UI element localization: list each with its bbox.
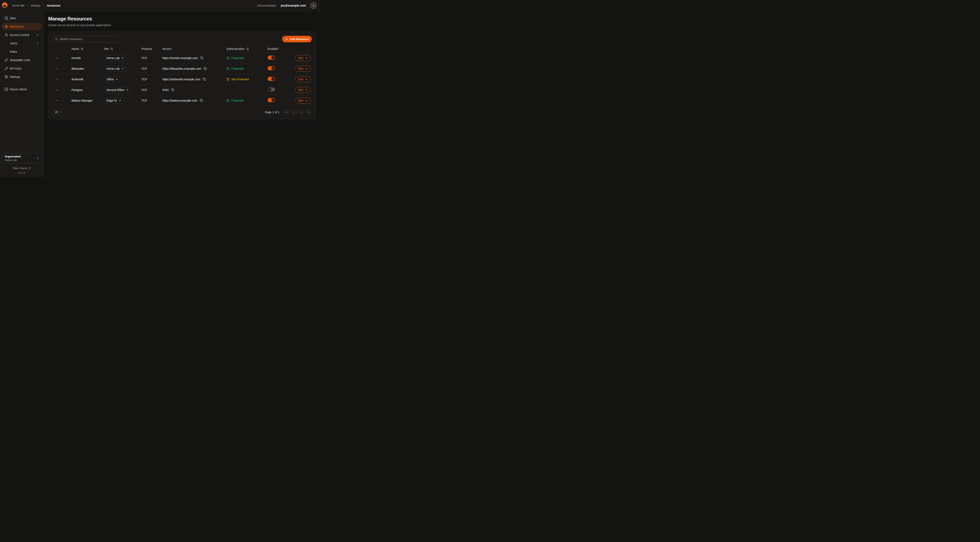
pager: Page 1 of 1 — [265, 109, 312, 115]
breadcrumb-org[interactable]: home-lab — [12, 4, 24, 7]
site-name: Edge 01 — [107, 99, 117, 102]
topbar-right: Documentation joe@example.com J — [257, 2, 317, 9]
breadcrumb-settings[interactable]: settings — [30, 4, 40, 7]
edit-button[interactable]: Edit — [295, 65, 311, 72]
site-name: Home Lab — [107, 67, 120, 70]
table-row: BitwardenHome LabTCPhttps://bitwarden.ex… — [52, 63, 312, 74]
sidebar-item-shareable-links[interactable]: Shareable Links — [2, 56, 42, 64]
row-actions-button[interactable] — [54, 98, 60, 103]
site-name: Home Lab — [107, 56, 120, 60]
prev-page-button[interactable] — [291, 109, 297, 115]
toggle-knob — [271, 77, 275, 81]
edit-button[interactable]: Edit — [295, 55, 311, 61]
enabled-toggle[interactable] — [267, 98, 275, 102]
table-row: PostgresSecond OfficeTCP5432-Edit — [52, 84, 312, 95]
sort-authentication-button[interactable] — [246, 48, 249, 51]
sort-site-button[interactable] — [110, 48, 113, 51]
organization-label: Organization — [5, 155, 21, 158]
open-source-link[interactable]: Open Source — [0, 167, 44, 170]
breadcrumb-separator-icon — [42, 4, 45, 7]
server-icon — [5, 88, 8, 91]
auth-status-label: Not Protected — [231, 78, 249, 81]
user-email[interactable]: joe@example.com — [281, 4, 306, 7]
resource-name: Bitwarden — [72, 67, 104, 70]
table-header: Name Site Protocol Access Authentication… — [52, 45, 312, 53]
row-actions-button[interactable] — [54, 77, 60, 82]
copy-icon — [203, 78, 206, 81]
copy-button[interactable] — [200, 56, 204, 60]
arrow-up-right-icon — [121, 67, 124, 70]
documentation-link[interactable]: Documentation — [257, 4, 277, 7]
edit-label: Edit — [298, 99, 303, 102]
chevrons-left-icon — [285, 111, 288, 114]
row-actions-button[interactable] — [54, 56, 60, 61]
breadcrumb-separator-icon — [26, 4, 29, 7]
pangolin-logo[interactable] — [2, 2, 9, 9]
organization-selector[interactable]: Organization Home Lab — [2, 153, 42, 164]
sidebar-item-resources[interactable]: Resources — [2, 23, 42, 30]
access-url: 5432 — [162, 88, 169, 92]
shield-off-icon — [226, 78, 230, 81]
copy-button[interactable] — [202, 77, 206, 81]
copy-button[interactable] — [199, 99, 203, 102]
auth-status: Protected — [226, 56, 267, 60]
first-page-button[interactable] — [283, 109, 289, 115]
chevron-right-icon — [300, 111, 303, 114]
add-resource-button[interactable]: Add Resource — [282, 36, 312, 42]
sidebar-item-label: Users — [10, 42, 18, 45]
edit-button[interactable]: Edit — [295, 97, 311, 104]
sidebar-item-label: Resources — [10, 25, 24, 28]
auth-status: Protected — [226, 99, 267, 102]
sort-icon — [81, 48, 84, 51]
site-link[interactable]: Office — [104, 76, 121, 82]
app-version: v1.3.0 — [0, 172, 44, 174]
edit-button[interactable]: Edit — [295, 76, 311, 82]
header-name: Name — [72, 47, 79, 51]
search-input[interactable] — [60, 37, 117, 41]
access-url: https://authentik.example.com — [162, 78, 200, 81]
row-actions-button[interactable] — [54, 88, 60, 92]
users-icon — [5, 33, 8, 37]
page-size-select[interactable]: 20 — [52, 109, 65, 115]
sidebar-item-server-admin[interactable]: Server Admin — [2, 86, 42, 93]
shield-check-icon — [226, 99, 230, 102]
auth-status: Protected — [226, 67, 267, 70]
sidebar-item-settings[interactable]: Settings — [2, 73, 42, 81]
chevron-left-icon — [292, 111, 295, 114]
site-link[interactable]: Second Office — [104, 87, 131, 93]
last-page-button[interactable] — [306, 109, 312, 115]
sort-icon — [110, 48, 113, 51]
auth-status-label: Protected — [231, 56, 243, 60]
edit-label: Edit — [298, 56, 303, 60]
enabled-toggle[interactable] — [267, 56, 275, 60]
sidebar-item-access-control[interactable]: Access Control — [2, 31, 42, 38]
sidebar-item-users[interactable]: Users — [2, 40, 42, 47]
organization-value: Home Lab — [5, 159, 21, 162]
next-page-button[interactable] — [299, 109, 304, 115]
sort-name-button[interactable] — [81, 48, 84, 51]
page-title: Manage Resources — [48, 16, 316, 22]
enabled-toggle[interactable] — [267, 88, 275, 92]
arrow-right-icon — [305, 56, 308, 59]
enabled-toggle[interactable] — [267, 77, 275, 81]
site-link[interactable]: Edge 01 — [104, 97, 124, 104]
auth-status-label: Protected — [231, 99, 243, 102]
ellipsis-icon — [56, 99, 59, 102]
copy-icon — [200, 99, 203, 102]
arrow-right-icon — [305, 99, 308, 102]
copy-button[interactable] — [171, 88, 175, 92]
site-link[interactable]: Home Lab — [104, 65, 126, 72]
sidebar-item-sites[interactable]: Sites — [2, 14, 42, 22]
arrow-up-right-icon — [119, 99, 121, 102]
sidebar-item-api-keys[interactable]: API Keys — [2, 65, 42, 72]
edit-button[interactable]: Edit — [295, 87, 311, 93]
access-url: https://battery.example.com — [162, 99, 197, 102]
copy-button[interactable] — [203, 67, 207, 70]
ellipsis-icon — [56, 88, 59, 92]
site-link[interactable]: Home Lab — [104, 55, 126, 61]
enabled-toggle[interactable] — [267, 66, 275, 70]
sidebar-item-roles[interactable]: Roles — [2, 48, 42, 56]
row-actions-button[interactable] — [54, 66, 60, 71]
avatar[interactable]: J — [310, 2, 317, 9]
breadcrumb-current: resources — [47, 4, 60, 7]
